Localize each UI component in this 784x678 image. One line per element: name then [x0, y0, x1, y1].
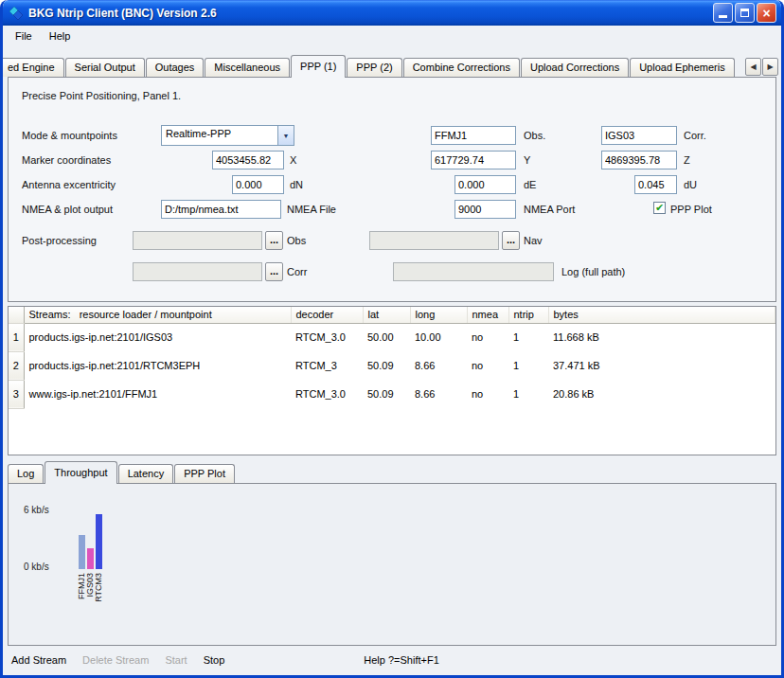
window-controls: × — [713, 3, 776, 23]
streams-table: Streams: resource loader / mountpoint de… — [9, 307, 775, 409]
tab-outages[interactable]: Outages — [146, 58, 205, 77]
tab-upload-corrections[interactable]: Upload Corrections — [521, 58, 629, 77]
close-icon: × — [762, 7, 770, 20]
minimize-icon — [719, 15, 727, 18]
stream-long: 10.00 — [410, 323, 467, 351]
y-axis-tick-bottom: 0 kb/s — [24, 562, 49, 572]
marker-x-field[interactable] — [212, 151, 284, 170]
y-label: Y — [524, 154, 530, 166]
obs-mountpoint-field[interactable] — [431, 126, 516, 145]
stream-decoder: RTCM_3.0 — [291, 323, 363, 351]
start-action[interactable]: Start — [165, 654, 187, 666]
row-number: 2 — [9, 351, 24, 380]
de-label: dE — [524, 179, 536, 190]
minimize-button[interactable] — [713, 3, 733, 23]
tab-throughput[interactable]: Throughput — [45, 461, 116, 484]
antenna-du-field[interactable] — [634, 175, 677, 194]
delete-stream-action[interactable]: Delete Stream — [82, 654, 149, 666]
antenna-dn-field[interactable] — [232, 175, 284, 194]
tab-scroll-right-button[interactable]: ▶ — [762, 58, 778, 76]
stream-mountpoint: products.igs-ip.net:2101/RTCM3EPH — [24, 351, 291, 380]
window-title: BKG Ntrip Client (BNC) Version 2.6 — [28, 7, 713, 20]
ppp-panel: Precise Point Positioning, Panel 1. Mode… — [8, 77, 776, 302]
corr-label: Corr. — [684, 130, 706, 141]
post-obs-browse-button[interactable]: ... — [265, 231, 283, 250]
maximize-icon — [740, 9, 749, 17]
throughput-bar-rtcm3 — [96, 514, 102, 569]
col-header-lat[interactable]: lat — [363, 307, 410, 323]
stream-lat: 50.09 — [363, 351, 410, 380]
row-number: 3 — [9, 380, 24, 408]
table-header-row: Streams: resource loader / mountpoint de… — [9, 307, 775, 323]
right-arrow-icon: ▶ — [767, 62, 773, 71]
post-corr-browse-button[interactable]: ... — [265, 262, 283, 281]
stream-decoder: RTCM_3 — [291, 351, 363, 380]
stream-ntrip: 1 — [508, 351, 548, 380]
tab-serial-output[interactable]: Serial Output — [65, 58, 145, 77]
stop-action[interactable]: Stop — [204, 654, 225, 666]
left-arrow-icon: ◀ — [750, 62, 756, 71]
menu-help[interactable]: Help — [41, 27, 80, 45]
stream-decoder: RTCM_3.0 — [291, 380, 363, 408]
stream-bytes: 11.668 kB — [548, 323, 775, 351]
check-icon: ✔ — [655, 202, 664, 213]
col-header-ntrip[interactable]: ntrip — [508, 307, 548, 323]
titlebar[interactable]: BKG Ntrip Client (BNC) Version 2.6 × — [3, 0, 781, 26]
stream-row[interactable]: 2 products.igs-ip.net:2101/RTCM3EPH RTCM… — [9, 351, 775, 380]
tab-scroll-left-button[interactable]: ◀ — [745, 58, 761, 76]
obs-label: Obs. — [524, 130, 545, 141]
col-header-bytes[interactable]: bytes — [548, 307, 775, 323]
stream-nmea: no — [467, 351, 508, 380]
stream-bytes: 37.471 kB — [548, 351, 775, 380]
row-number: 1 — [9, 323, 24, 351]
nmea-port-label: NMEA Port — [524, 204, 575, 215]
throughput-chart-panel: 6 kb/s 0 kb/s FFMJ1IGS03RTCM3 — [8, 483, 776, 646]
stream-row[interactable]: 1 products.igs-ip.net:2101/IGS03 RTCM_3.… — [9, 323, 775, 351]
tab-ppp-2[interactable]: PPP (2) — [347, 58, 401, 77]
col-header-streams[interactable]: Streams: resource loader / mountpoint — [24, 307, 291, 323]
col-header-nmea[interactable]: nmea — [467, 307, 508, 323]
stream-nmea: no — [467, 380, 508, 408]
antenna-de-field[interactable] — [454, 175, 516, 194]
marker-y-field[interactable] — [431, 151, 516, 170]
tab-combine-corrections[interactable]: Combine Corrections — [403, 58, 520, 77]
add-stream-action[interactable]: Add Stream — [11, 654, 66, 666]
stream-bytes: 20.86 kB — [548, 380, 775, 408]
app-icon — [9, 6, 24, 21]
tab-ppp-1[interactable]: PPP (1) — [291, 55, 346, 78]
mode-select[interactable]: Realtime-PPP ▼ — [161, 125, 294, 146]
close-button[interactable]: × — [757, 3, 776, 23]
nmea-port-field[interactable] — [454, 200, 516, 219]
marker-z-field[interactable] — [601, 151, 677, 170]
app-window: BKG Ntrip Client (BNC) Version 2.6 × Fil… — [0, 0, 784, 678]
tab-feed-engine[interactable]: ed Engine — [0, 58, 64, 77]
panel-title: Precise Point Positioning, Panel 1. — [22, 90, 181, 101]
throughput-bar-ffmj1 — [79, 535, 85, 569]
stream-mountpoint: products.igs-ip.net:2101/IGS03 — [24, 323, 291, 351]
nmea-file-field[interactable] — [161, 200, 281, 219]
mode-selected-value: Realtime-PPP — [162, 126, 277, 145]
stream-nmea: no — [467, 323, 508, 351]
maximize-button[interactable] — [735, 3, 755, 23]
stream-row[interactable]: 3 www.igs-ip.net:2101/FFMJ1 RTCM_3.0 50.… — [9, 380, 775, 408]
action-bar: Add Stream Delete Stream Start Stop Help… — [3, 646, 781, 674]
corr-mountpoint-field[interactable] — [601, 126, 677, 145]
post-obs-label: Obs — [287, 235, 306, 246]
y-axis-tick-top: 6 kb/s — [24, 505, 49, 515]
ppp-plot-label: PPP Plot — [670, 204, 712, 215]
col-header-decoder[interactable]: decoder — [291, 307, 363, 323]
tab-log[interactable]: Log — [8, 464, 44, 483]
stream-ntrip: 1 — [508, 380, 548, 408]
tab-upload-ephemeris[interactable]: Upload Ephemeris — [630, 58, 735, 77]
tab-miscellaneous[interactable]: Miscellaneous — [205, 58, 290, 77]
tab-latency[interactable]: Latency — [118, 464, 174, 483]
post-nav-field — [369, 231, 499, 250]
combo-dropdown-button[interactable]: ▼ — [277, 126, 294, 145]
throughput-bar-igs03 — [87, 548, 94, 569]
menu-file[interactable]: File — [7, 27, 41, 45]
col-header-long[interactable]: long — [410, 307, 467, 323]
dn-label: dN — [290, 179, 303, 190]
tab-ppp-plot[interactable]: PPP Plot — [174, 464, 235, 483]
ppp-plot-checkbox[interactable]: ✔ — [653, 202, 666, 214]
post-nav-browse-button[interactable]: ... — [502, 231, 520, 250]
